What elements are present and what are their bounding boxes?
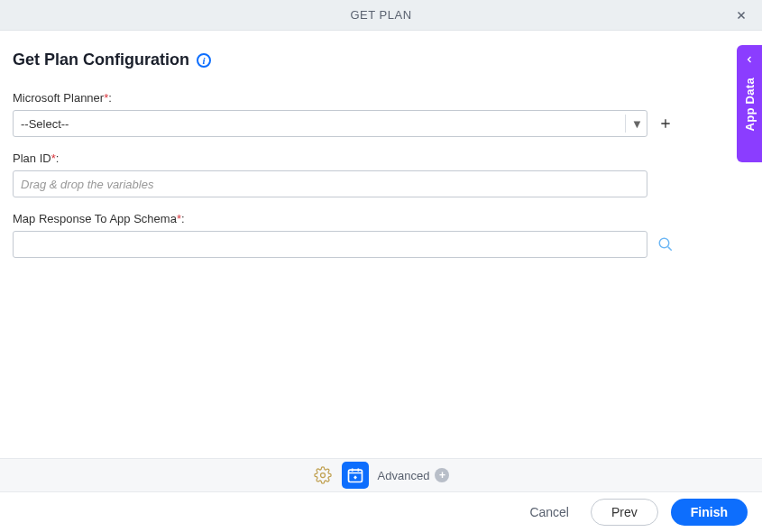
schema-input[interactable]	[13, 231, 647, 258]
page-title: Get Plan Configuration	[13, 50, 189, 69]
bottom-toolbar: Advanced +	[0, 458, 762, 492]
plan-id-label: Plan ID*:	[13, 151, 749, 165]
calendar-icon	[346, 466, 364, 484]
dialog-title: GET PLAN	[350, 8, 411, 22]
chevron-left-icon	[744, 54, 755, 65]
plan-id-input[interactable]	[13, 170, 647, 197]
advanced-label-text: Advanced	[378, 469, 430, 482]
cancel-button[interactable]: Cancel	[520, 500, 578, 525]
schema-browse-button[interactable]	[656, 235, 675, 253]
svg-point-0	[659, 238, 669, 248]
advanced-toggle[interactable]: Advanced +	[378, 468, 450, 482]
settings-button[interactable]	[313, 465, 333, 485]
gear-icon	[314, 466, 332, 484]
svg-point-1	[320, 473, 325, 478]
side-tab-label: App Data	[743, 78, 757, 131]
planner-selected-value: --Select--	[21, 117, 69, 131]
info-icon[interactable]: i	[197, 53, 211, 68]
prev-button[interactable]: Prev	[591, 499, 658, 526]
field-map-response: Map Response To App Schema*:	[13, 212, 749, 258]
field-plan-id: Plan ID*:	[13, 151, 749, 197]
page-title-row: Get Plan Configuration i	[13, 50, 749, 69]
app-data-tab[interactable]: App Data	[737, 45, 762, 162]
planner-label: Microsoft Planner*:	[13, 91, 749, 105]
footer: Cancel Prev Finish	[0, 492, 762, 532]
plus-icon	[658, 116, 673, 131]
dialog-header: GET PLAN	[0, 0, 762, 31]
schema-label: Map Response To App Schema*:	[13, 212, 749, 225]
close-icon	[735, 9, 748, 22]
finish-button[interactable]: Finish	[671, 499, 748, 526]
field-microsoft-planner: Microsoft Planner*: --Select-- ▼	[13, 91, 749, 137]
chevron-down-icon: ▼	[625, 115, 643, 133]
plus-circle-icon: +	[435, 468, 449, 482]
content-area: Get Plan Configuration i Microsoft Plann…	[0, 31, 762, 258]
planner-select[interactable]: --Select-- ▼	[13, 110, 647, 137]
search-icon	[657, 236, 674, 252]
close-button[interactable]	[731, 5, 751, 25]
add-planner-button[interactable]	[656, 115, 675, 133]
schedule-button[interactable]	[342, 462, 369, 489]
